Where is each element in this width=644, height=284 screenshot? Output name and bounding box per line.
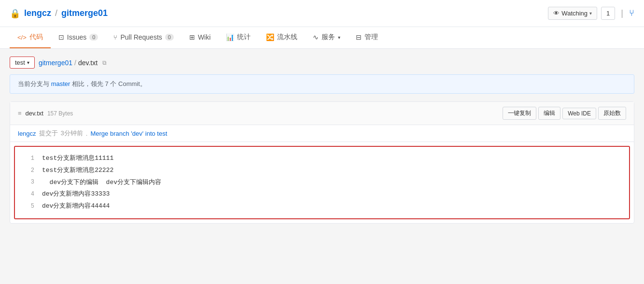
tab-services[interactable]: ∿ 服务 ▾ (305, 27, 348, 48)
repo-header: 🔒 lengcz / gitmerge01 👁 Watching ▾ 1 | ⑂ (0, 0, 644, 27)
code-line-1: 1 test分支新增消息11111 (15, 153, 629, 165)
branch-name: test (15, 59, 25, 66)
line-num-3: 3 (21, 178, 34, 187)
code-line-5: 5 dev分支新增内容44444 (15, 200, 629, 213)
line-text-1: test分支新增消息11111 (42, 154, 113, 164)
issues-badge: 0 (89, 34, 98, 41)
breadcrumb-file-name: dev.txt (78, 59, 98, 67)
tab-manage[interactable]: ⊟ 管理 (348, 27, 386, 48)
file-commit-row: lengcz 提交于 3分钟前 . Merge branch 'dev' int… (10, 125, 634, 142)
tab-services-label: 服务 (322, 33, 335, 42)
raw-button[interactable]: 原始数 (598, 107, 626, 120)
code-line-4: 4 dev分支新增内容33333 (15, 188, 629, 200)
breadcrumb-row: test ▾ gitmerge01 / dev.txt ⧉ (10, 57, 634, 69)
services-dropdown-arrow: ▾ (338, 35, 340, 40)
page-content: test ▾ gitmerge01 / dev.txt ⧉ 当前分支与 mast… (0, 49, 644, 231)
eye-icon: 👁 (553, 10, 560, 17)
breadcrumb-path: gitmerge01 / dev.txt ⧉ (39, 59, 107, 67)
vertical-divider: | (621, 8, 623, 18)
breadcrumb-separator: / (74, 59, 76, 67)
pulls-icon: ⑂ (113, 34, 117, 41)
line-text-5: dev分支新增内容44444 (42, 201, 110, 212)
line-text-3: dev分支下的编辑 dev分支下编辑内容 (42, 178, 161, 188)
commit-author[interactable]: lengcz (18, 130, 36, 137)
master-link[interactable]: master (51, 80, 70, 87)
code-line-2: 2 test分支新增消息22222 (15, 165, 629, 177)
tab-stats-label: 统计 (237, 33, 251, 42)
watch-button[interactable]: 👁 Watching ▾ (548, 7, 597, 20)
branch-dropdown-arrow: ▾ (27, 60, 29, 65)
file-info: ≡ dev.txt 157 Bytes (18, 110, 73, 117)
line-num-1: 1 (21, 154, 34, 163)
copy-one-click-button[interactable]: 一键复制 (503, 107, 536, 120)
line-num-4: 4 (21, 190, 34, 199)
breadcrumb-repo-link[interactable]: gitmerge01 (39, 59, 72, 67)
stats-icon: 📊 (226, 33, 234, 41)
edit-button[interactable]: 编辑 (538, 107, 560, 120)
repo-name[interactable]: gitmerge01 (61, 8, 108, 18)
file-card-actions: 一键复制 编辑 Web IDE 原始数 (503, 107, 626, 120)
branch-selector[interactable]: test ▾ (10, 57, 35, 69)
file-size: 157 Bytes (47, 110, 73, 117)
fork-icon[interactable]: ⑂ (629, 8, 634, 18)
repo-owner[interactable]: lengcz (24, 8, 51, 18)
tab-wiki[interactable]: ⊞ Wiki (182, 28, 218, 48)
issues-icon: ⊡ (58, 33, 64, 41)
repo-actions: 👁 Watching ▾ 1 | ⑂ (548, 7, 634, 20)
file-card: ≡ dev.txt 157 Bytes 一键复制 编辑 Web IDE 原始数 … (10, 101, 634, 224)
commit-info-bar: 当前分支与 master 相比，领先 7 个 Commit。 (10, 74, 634, 94)
tab-manage-label: 管理 (364, 33, 378, 42)
services-icon: ∿ (313, 33, 319, 41)
lock-icon: 🔒 (10, 8, 20, 19)
tab-pipeline[interactable]: 🔀 流水线 (258, 27, 305, 48)
watch-dropdown-arrow: ▾ (589, 11, 592, 16)
wiki-icon: ⊞ (189, 33, 195, 41)
tab-wiki-label: Wiki (198, 33, 210, 41)
tab-stats[interactable]: 📊 统计 (218, 27, 258, 48)
pipeline-icon: 🔀 (266, 33, 274, 41)
file-type-icon: ≡ (18, 110, 22, 117)
tab-code[interactable]: </> 代码 (10, 27, 51, 48)
nav-tabs: </> 代码 ⊡ Issues 0 ⑂ Pull Requests 0 ⊞ Wi… (0, 27, 644, 49)
watch-count: 1 (601, 7, 615, 20)
tab-issues[interactable]: ⊡ Issues 0 (51, 28, 106, 48)
repo-title: 🔒 lengcz / gitmerge01 (10, 8, 108, 19)
file-title: dev.txt (26, 110, 43, 117)
tab-pulls-label: Pull Requests (120, 33, 162, 41)
commit-time: 3分钟前 (61, 129, 83, 138)
webide-button[interactable]: Web IDE (562, 108, 596, 119)
code-content: 1 test分支新增消息11111 2 test分支新增消息22222 3 de… (14, 146, 630, 219)
manage-icon: ⊟ (356, 33, 362, 41)
code-icon: </> (17, 34, 27, 41)
commit-dot: . (86, 130, 88, 137)
line-num-5: 5 (21, 202, 34, 211)
watch-label: Watching (561, 10, 588, 17)
line-text-4: dev分支新增内容33333 (42, 189, 110, 199)
commit-prefix: 提交于 (39, 129, 58, 138)
code-line-3: 3 dev分支下的编辑 dev分支下编辑内容 (15, 177, 629, 189)
tab-issues-label: Issues (67, 33, 86, 41)
file-card-header: ≡ dev.txt 157 Bytes 一键复制 编辑 Web IDE 原始数 (10, 102, 634, 125)
tab-pipeline-label: 流水线 (277, 33, 297, 42)
line-num-2: 2 (21, 166, 34, 175)
pulls-badge: 0 (165, 34, 174, 41)
line-text-2: test分支新增消息22222 (42, 166, 113, 176)
copy-path-icon[interactable]: ⧉ (102, 59, 107, 66)
commit-message-link[interactable]: Merge branch 'dev' into test (90, 130, 167, 137)
tab-pulls[interactable]: ⑂ Pull Requests 0 (106, 28, 182, 48)
tab-code-label: 代码 (29, 33, 43, 42)
repo-separator: / (55, 8, 57, 18)
commit-bar-text: 当前分支与 master 相比，领先 7 个 Commit。 (18, 80, 146, 87)
